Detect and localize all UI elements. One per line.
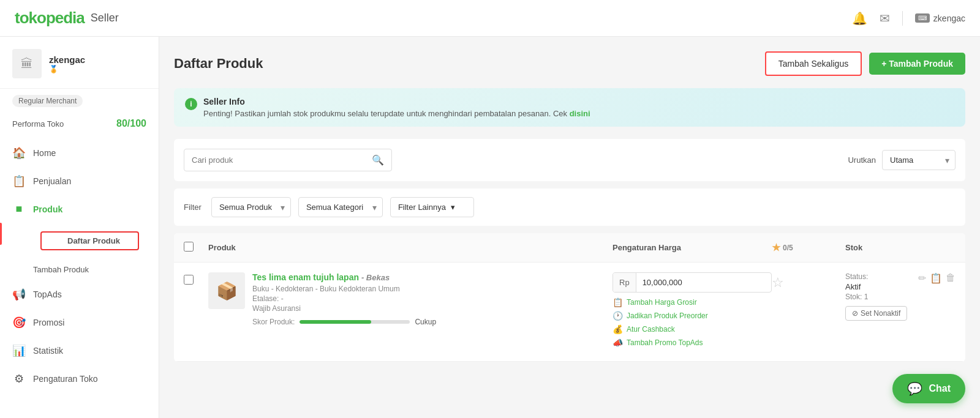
row-showcase: ☆ bbox=[772, 272, 845, 291]
sidebar-item-penjualan[interactable]: 📋 Penjualan bbox=[0, 167, 159, 195]
sidebar-item-topads[interactable]: 📢 TopAds bbox=[0, 280, 159, 308]
price-value[interactable]: 10,000,000 bbox=[636, 273, 688, 292]
tambah-sekaligus-button[interactable]: Tambah Sekaligus bbox=[765, 51, 862, 76]
promosi-icon: 🎯 bbox=[12, 316, 26, 329]
pengaturan-icon: ⚙ bbox=[12, 372, 26, 386]
product-skor: Skor Produk: Cukup bbox=[252, 318, 612, 326]
delete-icon[interactable]: 🗑 bbox=[946, 272, 956, 284]
sidebar-sub-item-daftar-produk[interactable]: Daftar Produk bbox=[40, 231, 139, 250]
tambah-harga-grosir[interactable]: 📋 Tambah Harga Grosir bbox=[612, 297, 772, 307]
product-category: Buku - Kedokteran - Buku Kedokteran Umum bbox=[252, 285, 612, 293]
filter-lainnya-button[interactable]: Filter Lainnya ▾ bbox=[390, 197, 474, 217]
seller-info-link[interactable]: disini bbox=[570, 109, 590, 118]
sidebar-nav: 🏠 Home 📋 Penjualan ■ Produk Daftar Produ… bbox=[0, 139, 159, 393]
grosir-icon: 📋 bbox=[612, 297, 623, 307]
tambah-produk-label: Tambah Produk bbox=[33, 265, 89, 274]
topads-promo-icon: 📣 bbox=[612, 338, 623, 348]
sort-label: Urutkan bbox=[848, 155, 876, 165]
showcase-count: 0/5 bbox=[783, 244, 793, 252]
sidebar-item-produk-label: Produk bbox=[33, 204, 62, 214]
page-header: Daftar Produk Tambah Sekaligus + Tambah … bbox=[174, 51, 965, 76]
copy-icon[interactable]: 📋 bbox=[930, 272, 942, 284]
info-icon: i bbox=[185, 98, 197, 110]
sidebar-item-statistik[interactable]: 📊 Statistik bbox=[0, 337, 159, 365]
seller-info-title: Seller Info bbox=[203, 97, 590, 106]
sidebar-sub-item-tambah-produk[interactable]: Tambah Produk bbox=[0, 259, 159, 280]
search-input-wrap: 🔍 bbox=[184, 149, 392, 171]
topads-icon: 📢 bbox=[12, 288, 26, 301]
product-image: 📦 bbox=[208, 272, 245, 309]
sidebar-user-info: zkengac 🏅 bbox=[49, 54, 146, 73]
search-sort-bar: 🔍 Urutkan Utama Terbaru Terlama bbox=[174, 139, 965, 181]
product-name[interactable]: Tes lima enam tujuh lapan - Bekas bbox=[252, 272, 612, 282]
product-checkbox[interactable] bbox=[184, 275, 194, 285]
sidebar-item-home-label: Home bbox=[33, 148, 56, 158]
edit-icon[interactable]: ✏ bbox=[918, 272, 926, 284]
th-harga: Pengaturan Harga bbox=[612, 243, 772, 252]
home-icon: 🏠 bbox=[12, 146, 26, 160]
stok-status-group: Status: Aktif Stok: 1 bbox=[845, 272, 868, 306]
sidebar-item-promosi-label: Promosi bbox=[33, 318, 64, 327]
mail-icon[interactable]: ✉ bbox=[880, 11, 890, 26]
filter-semua-kategori[interactable]: Semua Kategori Buku Elektronik bbox=[298, 197, 383, 217]
main-content: Daftar Produk Tambah Sekaligus + Tambah … bbox=[159, 37, 980, 418]
set-nonaktif-button[interactable]: ⊘ Set Nonaktif bbox=[845, 306, 907, 321]
layout: 🏛 zkengac 🏅 Regular Merchant Performa To… bbox=[0, 37, 980, 418]
header-divider bbox=[902, 11, 903, 26]
filter-bar: Filter Semua Produk Aktif Nonaktif Semua… bbox=[174, 188, 965, 226]
sidebar-item-produk[interactable]: ■ Produk bbox=[0, 195, 159, 223]
row-produk: 📦 Tes lima enam tujuh lapan - Bekas Buku… bbox=[208, 272, 612, 326]
seller-info-message: Penting! Pastikan jumlah stok produkmu s… bbox=[203, 109, 590, 118]
penjualan-icon: 📋 bbox=[12, 174, 26, 188]
logo-tokopedia: tokopedia bbox=[15, 9, 85, 28]
filter-semua-produk-wrap: Semua Produk Aktif Nonaktif bbox=[211, 197, 291, 217]
seller-info-banner: i Seller Info Penting! Pastikan jumlah s… bbox=[174, 88, 965, 127]
sidebar-item-statistik-label: Statistik bbox=[33, 346, 63, 356]
sidebar-item-promosi[interactable]: 🎯 Promosi bbox=[0, 308, 159, 337]
performa-label: Performa Toko bbox=[12, 119, 64, 129]
merchant-badge: Regular Merchant bbox=[12, 95, 83, 107]
search-input[interactable] bbox=[192, 155, 367, 165]
seller-info-text: Seller Info Penting! Pastikan jumlah sto… bbox=[203, 97, 590, 118]
row-harga: Rp 10,000,000 📋 Tambah Harga Grosir 🕐 Ja… bbox=[612, 272, 772, 351]
product-etalase: Etalase: - bbox=[252, 294, 612, 303]
chat-bubble-icon: 💬 bbox=[907, 381, 922, 396]
stok-count: Stok: 1 bbox=[845, 293, 868, 301]
table-row: 📦 Tes lima enam tujuh lapan - Bekas Buku… bbox=[174, 263, 965, 362]
sidebar-item-home[interactable]: 🏠 Home bbox=[0, 139, 159, 167]
chat-button[interactable]: 💬 Chat bbox=[892, 374, 965, 403]
sort-select[interactable]: Utama Terbaru Terlama bbox=[882, 150, 956, 170]
page-title: Daftar Produk bbox=[174, 56, 263, 72]
product-asuransi: Wajib Asuransi bbox=[252, 304, 612, 313]
filter-semua-produk[interactable]: Semua Produk Aktif Nonaktif bbox=[211, 197, 291, 217]
row-checkbox bbox=[184, 272, 208, 286]
notification-icon[interactable]: 🔔 bbox=[852, 11, 867, 26]
select-all-checkbox[interactable] bbox=[184, 242, 194, 252]
performa-value: 80/100 bbox=[116, 118, 146, 129]
logo-seller: Seller bbox=[91, 12, 119, 24]
th-showcase: ★ 0/5 bbox=[772, 242, 845, 253]
sidebar-performa: Performa Toko 80/100 bbox=[0, 113, 159, 134]
showcase-star[interactable]: ☆ bbox=[772, 275, 784, 291]
tambah-produk-button[interactable]: + Tambah Produk bbox=[869, 53, 965, 75]
sidebar-item-topads-label: TopAds bbox=[33, 289, 62, 299]
table-header: Produk Pengaturan Harga ★ 0/5 Stok bbox=[174, 233, 965, 263]
th-checkbox bbox=[184, 242, 208, 253]
tambah-promo-topads[interactable]: 📣 Tambah Promo TopAds bbox=[612, 338, 772, 348]
stok-actions: ✏ 📋 🗑 bbox=[918, 272, 956, 284]
stok-status-label: Status: bbox=[845, 272, 868, 281]
skor-text: Cukup bbox=[415, 318, 436, 326]
product-info: Tes lima enam tujuh lapan - Bekas Buku -… bbox=[252, 272, 612, 326]
set-nonaktif-label: Set Nonaktif bbox=[861, 309, 900, 318]
statistik-icon: 📊 bbox=[12, 344, 26, 357]
sidebar-item-pengaturan-toko[interactable]: ⚙ Pengaturan Toko bbox=[0, 365, 159, 393]
price-input-wrap: Rp 10,000,000 bbox=[612, 272, 772, 293]
page-header-actions: Tambah Sekaligus + Tambah Produk bbox=[765, 51, 965, 76]
tambah-promo-topads-label: Tambah Promo TopAds bbox=[627, 338, 703, 347]
jadikan-preorder[interactable]: 🕐 Jadikan Produk Preorder bbox=[612, 311, 772, 321]
sidebar-username: zkengac bbox=[49, 54, 146, 65]
sidebar-badge: 🏅 bbox=[49, 65, 146, 73]
atur-cashback[interactable]: 💰 Atur Cashback bbox=[612, 324, 772, 334]
cashback-icon: 💰 bbox=[612, 324, 623, 334]
filter-lainnya-label: Filter Lainnya bbox=[398, 203, 446, 212]
